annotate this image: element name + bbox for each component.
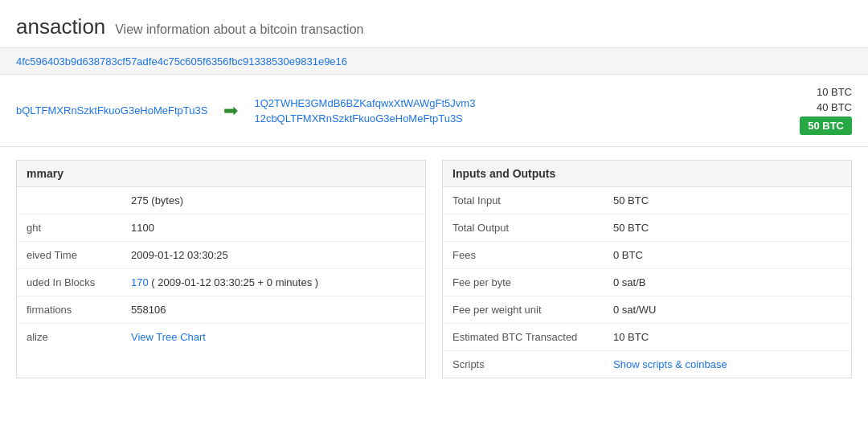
row-label: eived Time: [17, 242, 121, 269]
view-tree-chart-link[interactable]: View Tree Chart: [131, 331, 206, 343]
tx-flow: bQLTFMXRnSzktFkuoG3eHoMeFtpTu3S ➡ 1Q2TWH…: [0, 75, 868, 147]
table-row: Total Input 50 BTC: [443, 187, 851, 214]
summary-table: 275 (bytes) ght 1100 eived Time 2009-01-…: [17, 187, 425, 350]
table-row: Fee per byte 0 sat/B: [443, 269, 851, 296]
row-value: 0 sat/B: [604, 269, 851, 296]
row-value: 50 BTC: [604, 214, 851, 242]
table-row: Scripts Show scripts & coinbase: [443, 351, 851, 378]
row-label: ght: [17, 214, 121, 242]
row-value: 0 sat/WU: [604, 296, 851, 324]
to-address-1[interactable]: 1Q2TWHE3GMdB6BZKafqwxXtWAWgFt5Jvm3: [254, 97, 475, 109]
table-row: alize View Tree Chart: [17, 324, 425, 351]
row-value-block: 170 ( 2009-01-12 03:30:25 + 0 minutes ): [121, 269, 425, 296]
io-title: Inputs and Outputs: [443, 161, 851, 187]
row-label: alize: [17, 324, 121, 351]
row-label: Total Input: [443, 187, 604, 214]
table-row: Fee per weight unit 0 sat/WU: [443, 296, 851, 324]
row-value: 275 (bytes): [121, 187, 425, 214]
arrow-right-icon: ➡: [223, 100, 238, 121]
main-content: mmary 275 (bytes) ght 1100 eived Time 20…: [0, 160, 868, 394]
row-label: Fees: [443, 242, 604, 269]
row-label: uded In Blocks: [17, 269, 121, 296]
row-label: firmations: [17, 296, 121, 324]
table-row: Fees 0 BTC: [443, 242, 851, 269]
summary-panel: mmary 275 (bytes) ght 1100 eived Time 20…: [16, 160, 426, 378]
row-label: [17, 187, 121, 214]
tx-hash-link[interactable]: 4fc596403b9d638783cf57adfe4c75c605f6356f…: [16, 55, 347, 67]
row-label: Total Output: [443, 214, 604, 242]
io-panel: Inputs and Outputs Total Input 50 BTC To…: [442, 160, 852, 378]
to-amount-2: 40 BTC: [817, 101, 852, 113]
block-suffix: ( 2009-01-12 03:30:25 + 0 minutes ): [149, 276, 318, 288]
show-scripts-link[interactable]: Show scripts & coinbase: [613, 358, 727, 370]
table-row: uded In Blocks 170 ( 2009-01-12 03:30:25…: [17, 269, 425, 296]
table-row: firmations 558106: [17, 296, 425, 324]
io-table: Total Input 50 BTC Total Output 50 BTC F…: [443, 187, 851, 378]
table-row: eived Time 2009-01-12 03:30:25: [17, 242, 425, 269]
row-value-scripts: Show scripts & coinbase: [604, 351, 851, 378]
to-addresses: 1Q2TWHE3GMdB6BZKafqwxXtWAWgFt5Jvm3 12cbQ…: [254, 97, 475, 125]
row-value: 1100: [121, 214, 425, 242]
page-title: ansaction: [16, 14, 105, 39]
table-row: ght 1100: [17, 214, 425, 242]
to-amounts: 10 BTC 40 BTC 50 BTC: [800, 86, 852, 135]
to-amount-1: 10 BTC: [817, 86, 852, 98]
row-value: 10 BTC: [604, 324, 851, 351]
row-label: Fee per byte: [443, 269, 604, 296]
row-value: 50 BTC: [604, 187, 851, 214]
row-label: Estimated BTC Transacted: [443, 324, 604, 351]
table-row: 275 (bytes): [17, 187, 425, 214]
row-value: 0 BTC: [604, 242, 851, 269]
table-row: Total Output 50 BTC: [443, 214, 851, 242]
row-value: 558106: [121, 296, 425, 324]
page-header: ansaction View information about a bitco…: [0, 0, 868, 48]
summary-title: mmary: [17, 161, 425, 187]
to-address-2[interactable]: 12cbQLTFMXRnSzktFkuoG3eHoMeFtpTu3S: [254, 112, 475, 125]
row-label: Scripts: [443, 351, 604, 378]
from-addresses: bQLTFMXRnSzktFkuoG3eHoMeFtpTu3S: [16, 104, 207, 116]
tx-hash-bar: 4fc596403b9d638783cf57adfe4c75c605f6356f…: [0, 48, 868, 75]
row-value-visualize: View Tree Chart: [121, 324, 425, 351]
row-value: 2009-01-12 03:30:25: [121, 242, 425, 269]
block-link[interactable]: 170: [131, 276, 149, 288]
page-subtitle: View information about a bitcoin transac…: [115, 22, 363, 36]
from-address-1[interactable]: bQLTFMXRnSzktFkuoG3eHoMeFtpTu3S: [16, 104, 207, 116]
table-row: Estimated BTC Transacted 10 BTC: [443, 324, 851, 351]
row-label: Fee per weight unit: [443, 296, 604, 324]
total-badge: 50 BTC: [800, 116, 852, 135]
